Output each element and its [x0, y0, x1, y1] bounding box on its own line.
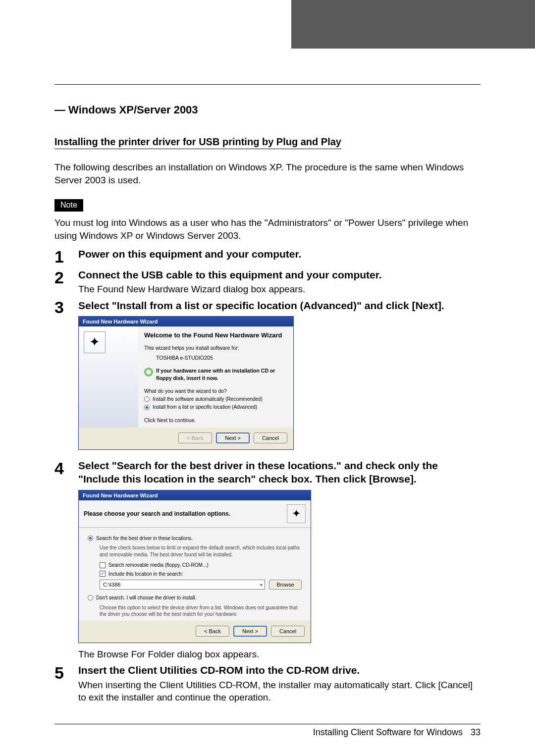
step-number-5: 5: [54, 663, 78, 704]
top-horizontal-rule: [54, 84, 481, 85]
checkbox-include-label: Include this location in the search:: [108, 571, 183, 578]
note-label: Note: [54, 199, 83, 212]
radio-search-label: Search for the best driver in these loca…: [96, 535, 193, 542]
radio-icon: [88, 595, 93, 600]
step-5-body: When inserting the Client Utilities CD-R…: [78, 679, 481, 704]
radio-auto-install[interactable]: Install the software automatically (Reco…: [144, 396, 287, 403]
radio-auto-label: Install the software automatically (Reco…: [153, 396, 263, 403]
step-2-title: Connect the USB cable to this equipment …: [78, 268, 481, 281]
dialog1-heading: Welcome to the Found New Hardware Wizard: [144, 331, 287, 339]
chevron-down-icon[interactable]: ▾: [260, 582, 263, 588]
note-paragraph: You must log into Windows as a user who …: [54, 216, 481, 242]
browse-button[interactable]: Browse: [269, 580, 302, 590]
dialog1-question: What do you want the wizard to do?: [144, 387, 287, 394]
dialog1-cd-hint-row: If your hardware came with an installati…: [144, 367, 287, 381]
back-button[interactable]: < Back: [196, 626, 229, 637]
dialog1-helptext: This wizard helps you install software f…: [144, 344, 287, 351]
found-new-hardware-dialog-search-options: Found New Hardware Wizard Please choose …: [78, 490, 311, 643]
step-4-caption: The Browse For Folder dialog box appears…: [78, 648, 481, 661]
radio-icon: [88, 536, 93, 541]
radio-search-locations[interactable]: Search for the best driver in these loca…: [88, 535, 302, 542]
cancel-button[interactable]: Cancel: [271, 626, 305, 637]
hardware-icon: ✦: [287, 504, 306, 523]
step-4-title: Select "Search for the best driver in th…: [78, 459, 481, 486]
page-number: 33: [471, 727, 481, 738]
checkbox-icon: ✓: [100, 571, 106, 577]
radio-dont-label: Don't search. I will choose the driver t…: [96, 594, 197, 601]
step-5-title: Insert the Client Utilities CD-ROM into …: [78, 663, 481, 677]
dialog1-sidebar: ✦: [79, 326, 138, 428]
path-value: C:\I386: [103, 582, 120, 588]
back-button[interactable]: < Back: [178, 432, 212, 443]
footer-text: Installing Client Software for Windows: [313, 727, 463, 738]
step-3-title: Select "Install from a list or specific …: [78, 299, 481, 312]
dialog2-title-bar: Found New Hardware Wizard: [79, 490, 311, 500]
radio-advanced-install[interactable]: Install from a list or specific location…: [144, 404, 287, 411]
step-number-1: 1: [54, 247, 78, 265]
dialog1-device-name: TOSHIBA e-STUDIO205: [156, 354, 287, 361]
checkbox-icon: [100, 562, 106, 568]
section-heading: — Windows XP/Server 2003: [54, 104, 481, 116]
dialog2-search-hint: Use the check boxes below to limit or ex…: [100, 544, 302, 558]
cd-icon: [144, 368, 153, 377]
dialog2-heading: Please choose your search and installati…: [84, 510, 230, 517]
cancel-button[interactable]: Cancel: [254, 432, 287, 443]
header-stripe: [291, 0, 535, 49]
dialog1-continue-text: Click Next to continue.: [144, 417, 287, 424]
checkbox-removable-label: Search removable media (floppy, CD-ROM..…: [108, 562, 209, 569]
found-new-hardware-dialog-welcome: Found New Hardware Wizard ✦ Welcome to t…: [78, 316, 294, 450]
checkbox-search-removable[interactable]: Search removable media (floppy, CD-ROM..…: [100, 562, 302, 569]
step-number-2: 2: [54, 268, 78, 296]
next-button[interactable]: Next >: [216, 432, 250, 443]
dialog1-cd-hint: If your hardware came with an installati…: [156, 367, 287, 381]
next-button[interactable]: Next >: [233, 626, 267, 637]
radio-dont-search[interactable]: Don't search. I will choose the driver t…: [88, 594, 302, 601]
dialog1-title-bar: Found New Hardware Wizard: [79, 317, 293, 326]
radio-icon: [144, 396, 150, 402]
step-number-4: 4: [54, 459, 78, 660]
intro-paragraph: The following describes an installation …: [54, 161, 481, 186]
step-1-title: Power on this equipment and your compute…: [78, 247, 481, 261]
radio-advanced-label: Install from a list or specific location…: [153, 404, 257, 411]
header-band: [0, 0, 535, 49]
dialog2-dont-hint: Choose this option to select the device …: [100, 604, 302, 618]
checkbox-include-location[interactable]: ✓ Include this location in the search:: [100, 571, 302, 578]
radio-icon: [144, 405, 150, 410]
step-number-3: 3: [54, 299, 78, 459]
step-2-body: The Found New Hardware Wizard dialog box…: [78, 283, 481, 296]
hardware-icon: ✦: [84, 331, 106, 353]
subsection-heading: Installing the printer driver for USB pr…: [54, 136, 341, 149]
path-combobox[interactable]: C:\I386 ▾: [100, 580, 265, 590]
